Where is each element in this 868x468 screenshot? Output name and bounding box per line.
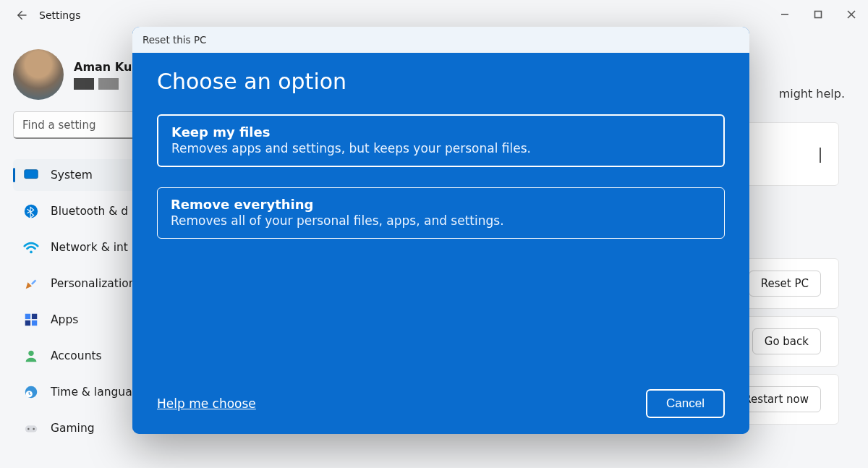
- app-title: Settings: [39, 9, 80, 21]
- back-button[interactable]: [13, 7, 29, 23]
- sidebar-item-label: Personalization: [51, 277, 136, 290]
- sidebar-item-label: Bluetooth & d: [51, 205, 128, 218]
- svg-point-8: [30, 251, 33, 254]
- cancel-button[interactable]: Cancel: [646, 389, 725, 418]
- personalization-icon: [23, 276, 39, 292]
- reset-pc-button[interactable]: Reset PC: [749, 271, 821, 297]
- svg-rect-16: [25, 425, 38, 432]
- sidebar-item-label: Time & langua: [51, 386, 132, 399]
- go-back-button[interactable]: Go back: [752, 328, 821, 354]
- sidebar-item-label: System: [51, 169, 93, 182]
- placeholder-block: [98, 78, 119, 90]
- sidebar-item-label: Apps: [51, 313, 78, 326]
- network-icon: [23, 239, 39, 255]
- user-sub: [74, 78, 137, 90]
- option-title: Keep my files: [171, 124, 710, 140]
- avatar-image: [13, 49, 64, 100]
- svg-rect-10: [32, 314, 37, 319]
- dialog-footer: Help me choose Cancel: [157, 380, 725, 418]
- bluetooth-icon: [23, 203, 39, 219]
- minimize-button[interactable]: [768, 4, 801, 25]
- sidebar-item-label: Accounts: [51, 349, 102, 362]
- option-description: Removes all of your personal files, apps…: [171, 213, 711, 228]
- top-bar: Settings: [13, 7, 80, 23]
- dialog-heading: Choose an option: [157, 69, 725, 94]
- svg-point-7: [25, 205, 38, 218]
- sidebar-item-label: Network & int: [51, 241, 128, 254]
- search-placeholder-text: Find a setting: [22, 119, 95, 132]
- reset-pc-dialog: Reset this PC Choose an option Keep my f…: [132, 27, 749, 434]
- dialog-body: Choose an option Keep my files Removes a…: [132, 53, 749, 434]
- sidebar-item-label: Gaming: [51, 422, 95, 435]
- svg-point-17: [27, 428, 30, 430]
- svg-rect-12: [32, 320, 37, 326]
- gaming-icon: [23, 420, 39, 436]
- option-title: Remove everything: [171, 197, 711, 212]
- svg-rect-9: [25, 314, 30, 319]
- svg-point-18: [33, 428, 35, 430]
- svg-rect-11: [25, 320, 30, 326]
- svg-point-13: [28, 351, 33, 356]
- close-button[interactable]: [835, 4, 868, 25]
- time-language-icon: [23, 384, 39, 400]
- option-keep-my-files[interactable]: Keep my files Removes apps and settings,…: [157, 114, 725, 167]
- window-caption-bar: [0, 0, 868, 29]
- maximize-button[interactable]: [801, 4, 835, 25]
- dialog-title: Reset this PC: [142, 34, 207, 46]
- apps-icon: [23, 312, 39, 328]
- dialog-titlebar: Reset this PC: [132, 27, 749, 53]
- option-description: Removes apps and settings, but keeps you…: [171, 141, 710, 156]
- accounts-icon: [23, 348, 39, 364]
- user-name: Aman Kur: [74, 60, 137, 74]
- placeholder-block: [74, 78, 94, 90]
- svg-rect-5: [25, 170, 38, 179]
- option-remove-everything[interactable]: Remove everything Removes all of your pe…: [157, 187, 725, 239]
- help-me-choose-link[interactable]: Help me choose: [157, 396, 256, 411]
- svg-rect-1: [815, 12, 822, 18]
- chevron-right-icon: [820, 148, 821, 161]
- system-icon: [23, 167, 39, 183]
